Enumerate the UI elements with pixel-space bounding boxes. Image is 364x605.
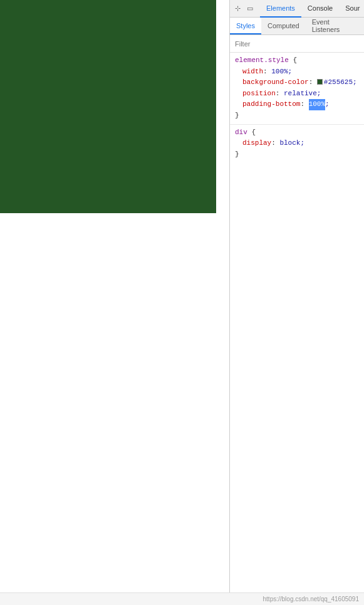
cursor-icon[interactable]: ⊹ <box>232 4 242 14</box>
subtab-computed[interactable]: Computed <box>261 18 306 34</box>
color-swatch[interactable] <box>317 79 323 85</box>
prop-padding-bottom: padding-bottom : 100% ; <box>230 99 364 110</box>
footer-bar: https://blog.csdn.net/qq_41605091 <box>0 592 364 605</box>
tab-sources[interactable]: Sour <box>339 0 364 18</box>
toolbar-tabs: Elements Console Sour <box>260 0 364 18</box>
devtools-panel: ⊹ ▭ Elements Console Sour Styles Compute… <box>229 0 364 605</box>
prop-background-color: background-color : #255625; <box>230 77 364 88</box>
filter-input[interactable] <box>235 40 359 48</box>
filter-bar <box>230 35 364 53</box>
rule-close-div: } <box>230 149 364 160</box>
footer-url: https://blog.csdn.net/qq_41605091 <box>263 596 359 602</box>
prop-width: width : 100%; <box>230 66 364 78</box>
prop-position: position : relative; <box>230 88 364 100</box>
sub-tabs: Styles Computed Event Listeners <box>230 18 364 35</box>
device-icon[interactable]: ▭ <box>245 4 255 14</box>
rule-selector-element: element.style { <box>230 55 364 66</box>
divider <box>230 124 364 125</box>
rule-close-element: } <box>230 110 364 122</box>
green-box <box>0 0 216 213</box>
subtab-styles[interactable]: Styles <box>230 18 261 34</box>
prop-display: display : block; <box>230 138 364 149</box>
rule-selector-div: div { <box>230 127 364 139</box>
tab-elements[interactable]: Elements <box>260 0 301 18</box>
toolbar-icons: ⊹ ▭ <box>232 4 255 14</box>
page-area <box>0 0 232 605</box>
subtab-event-listeners[interactable]: Event Listeners <box>306 18 364 34</box>
devtools-toolbar: ⊹ ▭ Elements Console Sour <box>230 0 364 18</box>
tab-console[interactable]: Console <box>301 0 339 18</box>
styles-code-area[interactable]: element.style { width : 100%; background… <box>230 53 364 605</box>
